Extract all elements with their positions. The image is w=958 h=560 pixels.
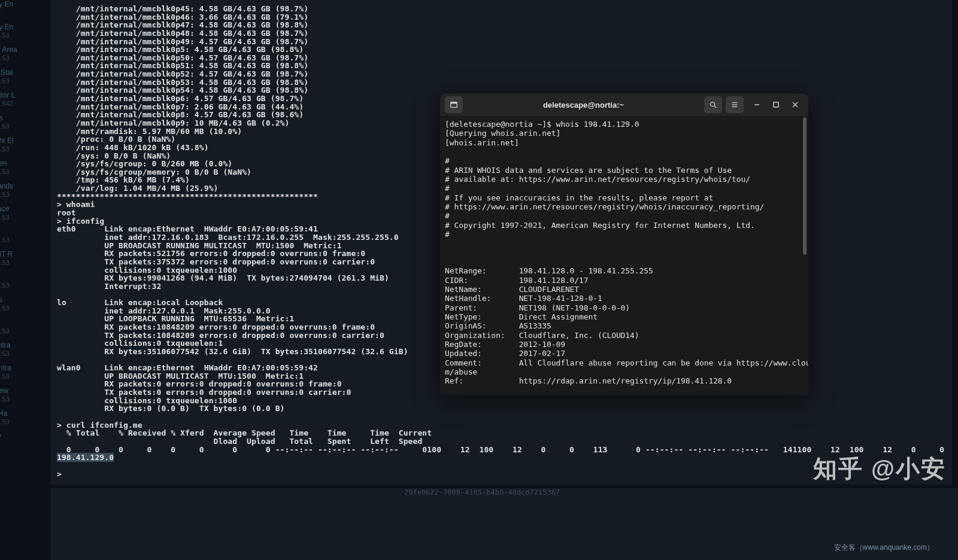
footer-source: 安全客（www.anquanke.com） [834,543,934,553]
maximize-button[interactable] [768,96,784,113]
scrollbar-thumb[interactable] [803,117,807,255]
svg-line-3 [714,106,717,108]
search-button[interactable] [704,96,722,113]
footer-bar: 29fe0622-7009-4105-b4b0-48dcd7215367 安全客… [51,488,958,560]
new-tab-button[interactable] [445,96,463,113]
close-button[interactable] [787,96,804,113]
curl-output-ip: 198.41.129.0 [57,453,114,462]
minimize-button[interactable] [748,96,765,113]
svg-rect-1 [451,102,457,104]
svg-rect-8 [774,102,778,107]
watermark: 知乎 @小安 [813,452,946,485]
svg-point-2 [711,102,715,106]
terminal-secondary-body[interactable]: [deletescape@nortia ~]$ whois 198.41.129… [440,116,808,395]
window-titlebar: deletescape@nortia:~ [440,93,808,116]
terminal-window-secondary: deletescape@nortia:~ [deletescape@nortia… [440,93,808,395]
menu-button[interactable] [726,96,744,113]
window-title: deletescape@nortia:~ [463,101,704,109]
footer-hex-id: 29fe0622-7009-4105-b4b0-48dcd7215367 [404,488,560,497]
